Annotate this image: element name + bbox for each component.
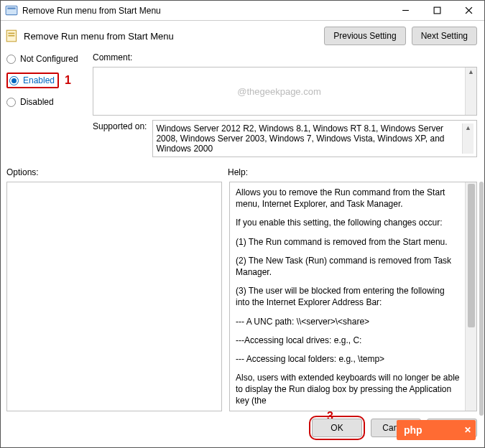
comment-column: Comment: @thegeekpage.com ▲ bbox=[93, 51, 477, 116]
supported-on-field: Windows Server 2012 R2, Windows 8.1, Win… bbox=[152, 120, 477, 157]
close-button[interactable] bbox=[453, 1, 484, 20]
supported-on-label: Supported on: bbox=[93, 120, 152, 157]
previous-setting-button[interactable]: Previous Setting bbox=[324, 27, 405, 45]
help-paragraph: --- Accessing local folders: e.g., \temp… bbox=[236, 353, 461, 365]
help-paragraph: If you enable this setting, the followin… bbox=[236, 217, 461, 228]
nav-buttons: Previous Setting Next Setting bbox=[324, 27, 477, 45]
next-setting-button[interactable]: Next Setting bbox=[412, 27, 477, 45]
radio-not-configured[interactable]: Not Configured bbox=[6, 54, 93, 64]
pane-labels: Options: Help: bbox=[1, 162, 484, 182]
enabled-highlight: Enabled bbox=[6, 73, 59, 88]
subheader-title: Remove Run menu from Start Menu bbox=[24, 31, 324, 42]
supported-row: Supported on: Windows Server 2012 R2, Wi… bbox=[1, 117, 484, 162]
policy-doc-icon bbox=[5, 29, 19, 43]
ok-highlight: OK bbox=[309, 416, 365, 440]
svg-rect-8 bbox=[8, 35, 14, 37]
scroll-up-icon: ▲ bbox=[465, 123, 471, 132]
help-label: Help: bbox=[228, 166, 477, 179]
radio-label: Enabled bbox=[23, 75, 55, 85]
policy-icon bbox=[5, 4, 18, 17]
radio-label: Not Configured bbox=[20, 54, 78, 64]
minimize-button[interactable] bbox=[389, 1, 421, 20]
comment-watermark: @thegeekpage.com bbox=[93, 67, 465, 115]
radio-dot-icon bbox=[9, 76, 19, 85]
svg-rect-1 bbox=[7, 7, 15, 9]
scroll-thumb[interactable] bbox=[468, 184, 475, 327]
scroll-up-icon: ▲ bbox=[468, 67, 474, 76]
options-label: Options: bbox=[6, 166, 228, 179]
help-paragraph: (3) The user will be blocked from enteri… bbox=[236, 285, 461, 308]
radio-enabled[interactable]: Enabled bbox=[9, 75, 55, 85]
comment-field[interactable]: @thegeekpage.com ▲ bbox=[93, 67, 477, 116]
window-title: Remove Run menu from Start Menu bbox=[22, 6, 389, 16]
panes: Allows you to remove the Run command fro… bbox=[1, 182, 484, 411]
svg-rect-3 bbox=[434, 7, 440, 14]
callout-1: 1 bbox=[65, 74, 71, 87]
window-scrollbar[interactable] bbox=[479, 182, 484, 416]
help-pane: Allows you to remove the Run command fro… bbox=[229, 182, 477, 411]
options-pane bbox=[6, 182, 222, 411]
config-area: Not Configured Enabled 1 Disabled Commen… bbox=[1, 50, 484, 117]
radio-dot-icon bbox=[6, 55, 16, 64]
titlebar: Remove Run menu from Start Menu bbox=[1, 1, 484, 21]
comment-label: Comment: bbox=[93, 51, 477, 64]
help-paragraph: ---Accessing local drives: e.g., C: bbox=[236, 335, 461, 346]
help-scrollbar[interactable] bbox=[465, 182, 476, 411]
dialog-button-bar: OK Cancel Apply bbox=[1, 411, 484, 447]
radio-disabled[interactable]: Disabled bbox=[6, 97, 93, 107]
subheader: Remove Run menu from Start Menu Previous… bbox=[1, 21, 484, 50]
help-paragraph: Also, users with extended keyboards will… bbox=[236, 372, 461, 407]
help-paragraph: (1) The Run command is removed from the … bbox=[236, 236, 461, 248]
svg-rect-7 bbox=[8, 33, 14, 34]
help-paragraph: Allows you to remove the Run command fro… bbox=[236, 187, 461, 210]
help-paragraph: (2) The New Task (Run) command is remove… bbox=[236, 255, 461, 278]
ok-button[interactable]: OK bbox=[312, 419, 362, 437]
apply-button[interactable]: Apply bbox=[427, 419, 477, 437]
radio-dot-icon bbox=[6, 98, 16, 107]
cancel-button[interactable]: Cancel bbox=[371, 419, 421, 437]
supported-on-text: Windows Server 2012 R2, Windows 8.1, Win… bbox=[156, 123, 462, 154]
radio-label: Disabled bbox=[20, 97, 54, 107]
help-paragraph: --- A UNC path: \\<server>\<share> bbox=[236, 316, 461, 327]
supported-scrollbar[interactable]: ▲ bbox=[462, 123, 474, 154]
window-controls bbox=[389, 1, 484, 20]
comment-scrollbar[interactable]: ▲ bbox=[465, 67, 476, 115]
state-radios: Not Configured Enabled 1 Disabled bbox=[6, 51, 93, 116]
svg-rect-0 bbox=[6, 6, 17, 14]
policy-editor-window: Remove Run menu from Start Menu Remove R… bbox=[0, 0, 485, 448]
maximize-button[interactable] bbox=[421, 1, 453, 20]
